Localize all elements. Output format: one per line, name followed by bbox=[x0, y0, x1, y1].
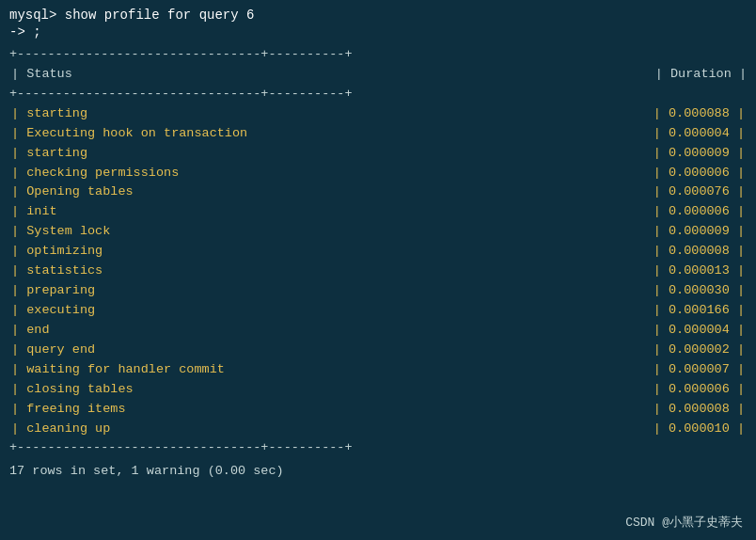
row-status-3: | checking permissions bbox=[9, 164, 291, 183]
row-status-11: | end bbox=[9, 321, 291, 341]
table-row: | freeing items| 0.000008 | bbox=[9, 400, 747, 420]
table-row: | Executing hook on transaction| 0.00000… bbox=[9, 124, 747, 144]
row-status-8: | statistics bbox=[9, 262, 291, 281]
table-row: | optimizing| 0.000008 | bbox=[9, 242, 747, 262]
table-row: | Opening tables| 0.000076 | bbox=[9, 183, 747, 202]
row-duration-9: | 0.000030 | bbox=[643, 281, 747, 301]
row-status-16: | cleaning up bbox=[9, 420, 291, 439]
row-status-9: | preparing bbox=[9, 281, 291, 301]
row-duration-15: | 0.000008 | bbox=[643, 400, 747, 420]
row-duration-10: | 0.000166 | bbox=[643, 301, 747, 321]
table-row: | preparing| 0.000030 | bbox=[9, 281, 747, 301]
row-duration-1: | 0.000004 | bbox=[643, 124, 747, 144]
prompt-line-1: mysql> show profile for query 6 bbox=[9, 8, 747, 23]
row-status-4: | Opening tables bbox=[9, 183, 291, 202]
row-duration-11: | 0.000004 | bbox=[643, 321, 747, 341]
row-status-13: | waiting for handler commit bbox=[9, 360, 291, 380]
divider-mid: +--------------------------------+------… bbox=[9, 85, 747, 104]
divider-top: +--------------------------------+------… bbox=[9, 45, 747, 65]
row-status-1: | Executing hook on transaction bbox=[9, 124, 291, 144]
prompt-line-2: -> ; bbox=[9, 24, 747, 40]
divider-bot: +--------------------------------+------… bbox=[9, 438, 747, 458]
row-duration-3: | 0.000006 | bbox=[643, 164, 747, 183]
header-spacer bbox=[291, 65, 655, 85]
table-row: | waiting for handler commit| 0.000007 | bbox=[9, 360, 747, 380]
row-duration-6: | 0.000009 | bbox=[643, 222, 747, 242]
table-row: | cleaning up| 0.000010 | bbox=[9, 420, 747, 439]
row-status-15: | freeing items bbox=[9, 400, 291, 420]
row-duration-0: | 0.000088 | bbox=[643, 104, 747, 124]
row-status-2: | starting bbox=[9, 144, 291, 164]
table-rows: | starting| 0.000088 || Executing hook o… bbox=[9, 104, 747, 439]
table-row: | executing| 0.000166 | bbox=[9, 301, 747, 321]
table-header-row: | Status | Duration | bbox=[9, 65, 747, 85]
table-row: | query end| 0.000002 | bbox=[9, 341, 747, 360]
watermark: CSDN @小黑子史蒂夫 bbox=[625, 514, 743, 531]
terminal-window: mysql> show profile for query 6 -> ; +--… bbox=[0, 0, 756, 540]
row-duration-14: | 0.000006 | bbox=[643, 380, 747, 400]
table-row: | starting| 0.000088 | bbox=[9, 104, 747, 124]
row-duration-16: | 0.000010 | bbox=[643, 420, 747, 439]
row-status-7: | optimizing bbox=[9, 242, 291, 262]
row-status-5: | init bbox=[9, 202, 291, 222]
row-status-12: | query end bbox=[9, 341, 291, 360]
row-duration-5: | 0.000006 | bbox=[643, 202, 747, 222]
query-result-table: +--------------------------------+------… bbox=[9, 45, 747, 458]
row-duration-12: | 0.000002 | bbox=[643, 341, 747, 360]
row-duration-7: | 0.000008 | bbox=[643, 242, 747, 262]
table-row: | starting| 0.000009 | bbox=[9, 144, 747, 164]
table-row: | closing tables| 0.000006 | bbox=[9, 380, 747, 400]
row-duration-4: | 0.000076 | bbox=[643, 183, 747, 202]
header-duration: | Duration | bbox=[655, 65, 747, 85]
row-duration-2: | 0.000009 | bbox=[643, 144, 747, 164]
row-status-6: | System lock bbox=[9, 222, 291, 242]
row-status-10: | executing bbox=[9, 301, 291, 321]
table-row: | end| 0.000004 | bbox=[9, 321, 747, 341]
table-row: | init| 0.000006 | bbox=[9, 202, 747, 222]
row-status-14: | closing tables bbox=[9, 380, 291, 400]
table-row: | System lock| 0.000009 | bbox=[9, 222, 747, 242]
footer-line: 17 rows in set, 1 warning (0.00 sec) bbox=[9, 464, 747, 478]
table-row: | checking permissions| 0.000006 | bbox=[9, 164, 747, 183]
row-duration-13: | 0.000007 | bbox=[643, 360, 747, 380]
header-status: | Status bbox=[9, 65, 291, 85]
row-duration-8: | 0.000013 | bbox=[643, 262, 747, 281]
table-row: | statistics| 0.000013 | bbox=[9, 262, 747, 281]
row-status-0: | starting bbox=[9, 104, 291, 124]
